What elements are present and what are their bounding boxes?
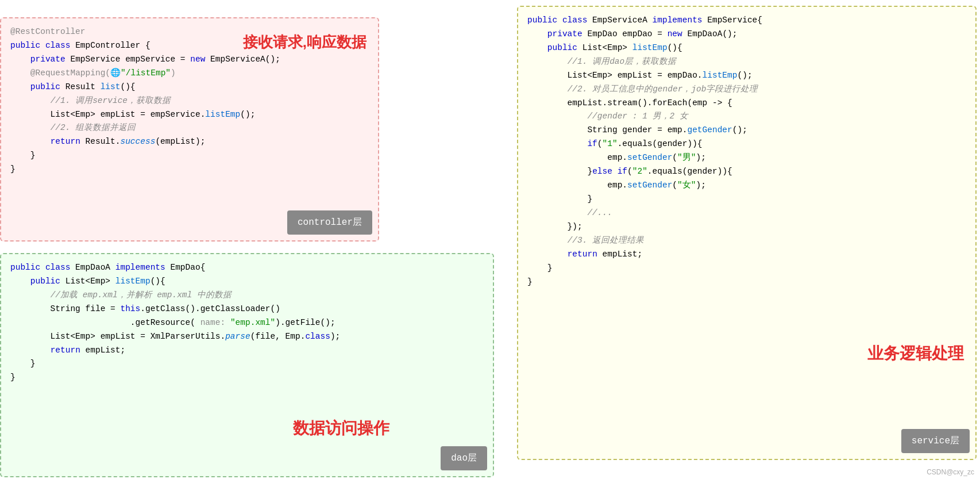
code-line: }	[10, 357, 484, 371]
code-line: }	[10, 163, 369, 177]
code-line: String gender = emp.getGender();	[527, 124, 966, 137]
code-line: }	[10, 371, 484, 385]
dao-annotation: 数据访问操作	[293, 415, 389, 442]
code-line: return empList;	[527, 248, 966, 262]
dao-layer-label: dao层	[441, 446, 487, 470]
code-line: List<Emp> empList = XmlParserUtils.parse…	[10, 330, 484, 344]
code-line: //2. 对员工信息中的gender，job字段进行处理	[527, 83, 966, 97]
code-line: //3. 返回处理结果	[527, 234, 966, 248]
code-line: //...	[527, 206, 966, 220]
code-line: });	[527, 220, 966, 234]
code-line: public List<Emp> listEmp(){	[10, 275, 484, 289]
code-line: List<Emp> empList = empService.listEmp()…	[10, 108, 369, 122]
controller-annotation: 接收请求,响应数据	[243, 30, 366, 55]
service-code-box: public class EmpServiceA implements EmpS…	[517, 6, 977, 460]
code-line: public class EmpServiceA implements EmpS…	[527, 14, 966, 28]
code-line: //1. 调用service，获取数据	[10, 94, 369, 108]
code-line: }	[527, 275, 966, 289]
code-line: return Result.success(empList);	[10, 135, 369, 149]
code-line: List<Emp> empList = empDao.listEmp();	[527, 69, 966, 83]
code-line: @RequestMapping(🌐"/listEmp")	[10, 67, 369, 81]
page-container: @RestController public class EmpControll…	[0, 0, 980, 479]
code-line: empList.stream().forEach(emp -> {	[527, 97, 966, 110]
controller-code-box: @RestController public class EmpControll…	[0, 17, 379, 242]
code-line: }	[527, 193, 966, 206]
code-line: }	[10, 149, 369, 163]
code-line: }else if("2".equals(gender)){	[527, 165, 966, 179]
code-line: String file = this.getClass().getClassLo…	[10, 302, 484, 316]
code-line: public class EmpDaoA implements EmpDao{	[10, 261, 484, 275]
code-line: public List<Emp> listEmp(){	[527, 41, 966, 55]
dao-code-box: public class EmpDaoA implements EmpDao{ …	[0, 253, 494, 477]
code-line: //1. 调用dao层，获取数据	[527, 55, 966, 69]
code-line: }	[527, 262, 966, 275]
csdn-watermark: CSDN@cxy_zc	[927, 468, 974, 476]
code-line: if("1".equals(gender)){	[527, 137, 966, 151]
service-annotation: 业务逻辑处理	[867, 340, 964, 367]
code-line: return empList;	[10, 344, 484, 358]
code-line: .getResource( name: "emp.xml").getFile()…	[10, 316, 484, 330]
controller-layer-label: controller层	[287, 210, 372, 235]
code-line: emp.setGender("男");	[527, 151, 966, 165]
code-line: //gender : 1 男，2 女	[527, 110, 966, 124]
code-line: private EmpService empService = new EmpS…	[10, 53, 369, 67]
service-layer-label: service层	[901, 429, 970, 453]
code-line: public Result list(){	[10, 81, 369, 94]
code-line: private EmpDao empDao = new EmpDaoA();	[527, 28, 966, 41]
code-line: //2. 组装数据并返回	[10, 121, 369, 135]
code-line: //加载 emp.xml，并解析 emp.xml 中的数据	[10, 289, 484, 302]
code-line: emp.setGender("女");	[527, 179, 966, 193]
